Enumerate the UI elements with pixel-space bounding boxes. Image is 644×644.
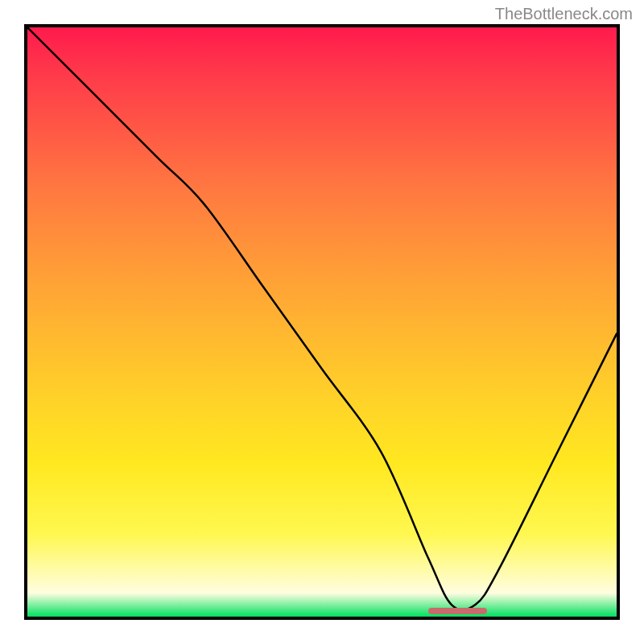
chart-container: TheBottleneck.com [0, 0, 644, 644]
curve-layer [27, 27, 617, 617]
bottleneck-curve [27, 27, 617, 610]
plot-frame [24, 24, 620, 620]
watermark-text: TheBottleneck.com [495, 5, 633, 23]
optimal-range-marker [428, 608, 487, 614]
